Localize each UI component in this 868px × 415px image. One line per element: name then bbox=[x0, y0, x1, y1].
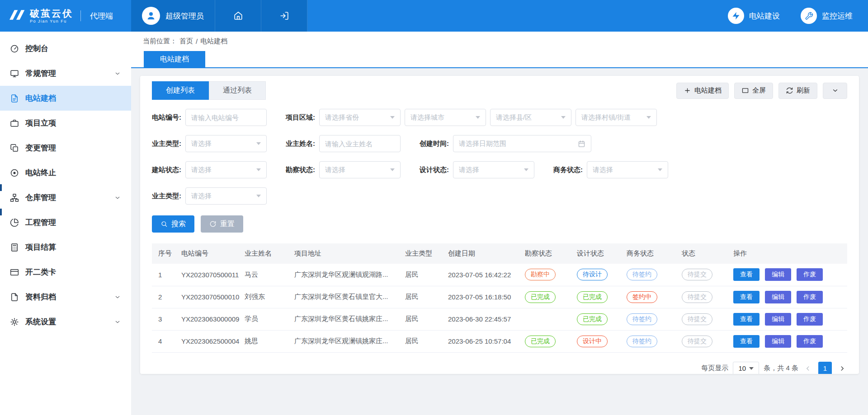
survey-status-badge: 勘察中 bbox=[525, 269, 556, 280]
collapse-toolbar-button[interactable] bbox=[823, 83, 847, 99]
col-header-index: 序号 bbox=[152, 243, 177, 264]
select-placeholder: 请选择 bbox=[593, 166, 613, 174]
filter-label-region: 项目区域: bbox=[286, 113, 315, 122]
cell-address: 广东深圳龙华区黄石镇姚家庄... bbox=[290, 308, 401, 330]
home-icon bbox=[233, 11, 243, 21]
filter-label-design-status: 设计状态: bbox=[420, 166, 449, 174]
owner-type2-select[interactable]: 请选择 bbox=[185, 187, 267, 205]
filter-label-owner-name: 业主姓名: bbox=[286, 140, 315, 148]
logout-button[interactable] bbox=[261, 0, 307, 32]
chevron-down-icon bbox=[114, 318, 121, 326]
business-status-badge: 待签约 bbox=[627, 269, 657, 280]
sidebar-item-general-management[interactable]: 常规管理 bbox=[0, 61, 131, 86]
survey-status-select[interactable]: 请选择 bbox=[319, 161, 401, 178]
sidebar-item-system-settings[interactable]: 系统设置 bbox=[0, 309, 131, 334]
fullscreen-label: 全屏 bbox=[752, 86, 766, 95]
status-badge: 待提交 bbox=[682, 313, 712, 325]
cell-index: 3 bbox=[152, 308, 177, 330]
owner-name-input[interactable] bbox=[319, 135, 401, 152]
search-button[interactable]: 搜索 bbox=[152, 215, 194, 233]
nav-station-build[interactable]: 电站建设 bbox=[728, 8, 780, 24]
refresh-button[interactable]: 刷新 bbox=[778, 83, 817, 99]
business-status-badge: 待签约 bbox=[627, 336, 657, 347]
city-select[interactable]: 请选择城市 bbox=[405, 109, 486, 126]
sidebar-item-warehouse-management[interactable]: 仓库管理 bbox=[0, 185, 131, 210]
cell-station-no: YX2023070500010 bbox=[177, 286, 240, 308]
gauge-icon bbox=[10, 44, 19, 53]
sidebar-item-project-initiation[interactable]: 项目立项 bbox=[0, 111, 131, 135]
void-button[interactable]: 作废 bbox=[797, 335, 823, 348]
void-button[interactable]: 作废 bbox=[797, 313, 823, 326]
breadcrumb-home[interactable]: 首页 bbox=[179, 37, 193, 46]
prev-page-button[interactable] bbox=[803, 364, 813, 373]
edit-button[interactable]: 编辑 bbox=[765, 335, 791, 348]
filter-label-build-status: 建站状态: bbox=[152, 166, 181, 174]
sidebar-item-engineering-management[interactable]: 工程管理 bbox=[0, 210, 131, 235]
sidebar-item-project-settlement[interactable]: 项目结算 bbox=[0, 235, 131, 260]
logo-text: 破茧云伏 Po Jian Yun Fu bbox=[30, 8, 73, 23]
sidebar-item-console[interactable]: 控制台 bbox=[0, 36, 131, 61]
reset-button[interactable]: 重置 bbox=[201, 215, 243, 233]
lightning-icon bbox=[728, 8, 744, 24]
filter-label-survey-status: 勘察状态: bbox=[286, 166, 315, 174]
file-icon bbox=[10, 293, 19, 302]
business-status-select[interactable]: 请选择 bbox=[587, 161, 668, 178]
cell-index: 2 bbox=[152, 286, 177, 308]
copy-icon bbox=[10, 144, 19, 153]
tab-create-list[interactable]: 创建列表 bbox=[152, 81, 209, 100]
void-button[interactable]: 作废 bbox=[797, 268, 823, 281]
sidebar-item-station-filing[interactable]: 电站建档 bbox=[0, 86, 131, 111]
next-page-button[interactable] bbox=[837, 364, 847, 373]
logo-divider bbox=[80, 10, 81, 21]
select-placeholder: 请选择省份 bbox=[325, 113, 359, 122]
view-button[interactable]: 查看 bbox=[733, 313, 760, 326]
page-number-button[interactable]: 1 bbox=[818, 362, 832, 374]
cell-type: 居民 bbox=[401, 286, 443, 308]
view-button[interactable]: 查看 bbox=[733, 291, 760, 303]
edit-button[interactable]: 编辑 bbox=[765, 291, 791, 303]
breadcrumb-separator: / bbox=[196, 37, 198, 45]
fullscreen-button[interactable]: 全屏 bbox=[734, 83, 773, 99]
province-select[interactable]: 请选择省份 bbox=[319, 109, 401, 126]
design-status-select[interactable]: 请选择 bbox=[453, 161, 534, 178]
sidebar-item-label: 控制台 bbox=[25, 43, 121, 54]
nav-monitor-ops[interactable]: 监控运维 bbox=[801, 8, 853, 24]
caret-down-icon bbox=[256, 142, 261, 145]
view-button[interactable]: 查看 bbox=[733, 268, 760, 281]
view-button[interactable]: 查看 bbox=[733, 335, 760, 348]
sidebar-item-type2-card[interactable]: 开二类卡 bbox=[0, 260, 131, 284]
cell-owner: 学员 bbox=[240, 308, 290, 330]
edit-button[interactable]: 编辑 bbox=[765, 268, 791, 281]
col-header-actions: 操作 bbox=[729, 243, 847, 264]
create-station-button[interactable]: 电站建档 bbox=[676, 83, 729, 99]
station-no-input[interactable] bbox=[185, 109, 267, 126]
sidebar-item-label: 项目结算 bbox=[25, 242, 121, 252]
per-page-select[interactable]: 10 bbox=[733, 362, 759, 374]
cell-index: 4 bbox=[152, 330, 177, 352]
sidebar-item-data-archive[interactable]: 资料归档 bbox=[0, 284, 131, 309]
build-status-select[interactable]: 请选择 bbox=[185, 161, 267, 178]
business-status-badge: 待签约 bbox=[627, 313, 657, 325]
fullscreen-icon bbox=[741, 87, 749, 94]
business-status-badge: 签约中 bbox=[627, 291, 657, 303]
tab-passed-list[interactable]: 通过列表 bbox=[209, 81, 266, 100]
home-button[interactable] bbox=[215, 0, 261, 32]
app-logo: 破茧云伏 Po Jian Yun Fu 代理端 bbox=[0, 0, 131, 32]
page-tab-station-filing[interactable]: 电站建档 bbox=[144, 51, 205, 67]
page-tab-bar: 电站建档 bbox=[131, 51, 868, 68]
caret-down-icon bbox=[749, 367, 754, 370]
town-select[interactable]: 请选择村镇/街道 bbox=[576, 109, 657, 126]
monitor-icon bbox=[10, 69, 19, 78]
breadcrumb-current: 电站建档 bbox=[200, 37, 227, 46]
owner-type-select[interactable]: 请选择 bbox=[185, 135, 267, 152]
county-select[interactable]: 请选择县/区 bbox=[490, 109, 571, 126]
sidebar-item-change-management[interactable]: 变更管理 bbox=[0, 135, 131, 160]
void-button[interactable]: 作废 bbox=[797, 291, 823, 303]
cell-address: 广东深圳龙华区观澜镇姚家庄... bbox=[290, 330, 401, 352]
edit-button[interactable]: 编辑 bbox=[765, 313, 791, 326]
sidebar-item-label: 开二类卡 bbox=[25, 267, 121, 277]
user-menu[interactable]: 超级管理员 bbox=[131, 0, 215, 32]
sidebar-item-station-termination[interactable]: 电站终止 bbox=[0, 160, 131, 185]
create-time-range-input[interactable]: 请选择日期范围 bbox=[453, 135, 591, 152]
caret-down-icon bbox=[658, 168, 662, 171]
